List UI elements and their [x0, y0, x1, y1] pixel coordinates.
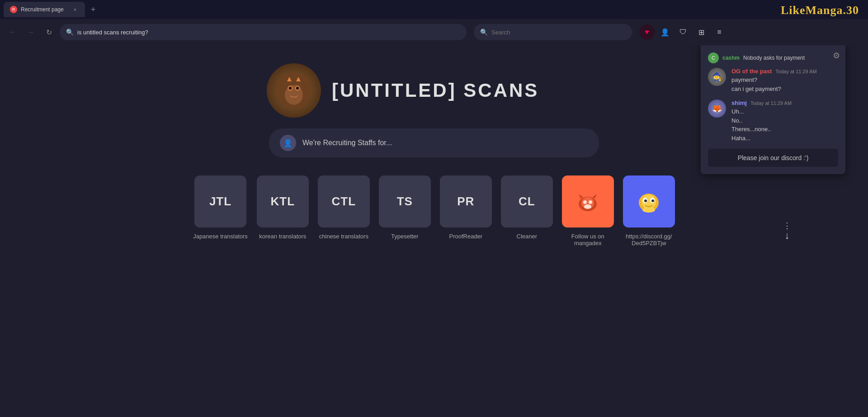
- cashm-small-avatar: C: [708, 52, 719, 63]
- role-card-pr: PR ProofReader: [440, 175, 492, 246]
- role-card-jtl: JTL Japanese translators: [193, 175, 248, 246]
- page-content: ⚙ C cashm Nobody asks for payment 🧙 OG o…: [0, 45, 868, 417]
- og-body: OG of the past Today at 11:29 AM payment…: [731, 68, 817, 93]
- tab-title: Recruitment page: [21, 6, 64, 13]
- chat-message-cashm-inline: C cashm Nobody asks for payment: [708, 52, 838, 63]
- role-label-cl: Cleaner: [517, 233, 538, 240]
- role-card-ctl: CTL chinese translators: [318, 175, 370, 246]
- role-label-ktl: korean translators: [259, 233, 306, 240]
- search-icon: 🔍: [66, 28, 74, 36]
- shimj-text-1: Uh...: [731, 107, 792, 116]
- svg-point-6: [289, 87, 292, 90]
- svg-point-10: [583, 200, 587, 204]
- role-label-pr: ProofReader: [449, 233, 482, 240]
- grid-button[interactable]: ⊞: [693, 24, 709, 40]
- mangadex-label: Follow us onmangadex: [571, 233, 604, 246]
- og-text-1: payment?: [731, 76, 817, 85]
- role-label-jtl: Japanese translators: [193, 233, 248, 240]
- shimj-text-3: Theres...none..: [731, 125, 792, 134]
- chat-settings-icon[interactable]: ⚙: [833, 51, 840, 61]
- recruiting-bar: 👤 We're Recruiting Staffs for...: [269, 128, 599, 157]
- role-cards: JTL Japanese translators KTL korean tran…: [185, 175, 683, 246]
- logo-text: LikeManga.30: [781, 4, 859, 17]
- og-timestamp: Today at 11:29 AM: [776, 69, 817, 74]
- group-header: [UNTITLED] SCANS: [231, 63, 637, 118]
- search-bar[interactable]: 🔍: [474, 24, 632, 40]
- chat-message-shimj: 🦊 shimj Today at 11:29 AM Uh... No.. The…: [708, 100, 838, 142]
- role-box-ts: TS: [379, 175, 431, 227]
- mangadex-icon: [574, 190, 601, 213]
- svg-marker-12: [579, 194, 583, 199]
- shimj-body: shimj Today at 11:29 AM Uh... No.. There…: [731, 100, 792, 142]
- scroll-indicator[interactable]: ⋮ ↓: [783, 222, 791, 242]
- tab-close-button[interactable]: ×: [71, 6, 79, 13]
- profile-button[interactable]: 👤: [657, 24, 673, 40]
- chat-footer: Please join our discord :'): [708, 149, 838, 167]
- og-text-2: can i get payment?: [731, 85, 817, 94]
- shimj-avatar: 🦊: [708, 100, 726, 118]
- address-input[interactable]: [77, 29, 460, 36]
- address-bar[interactable]: 🔍: [60, 24, 467, 40]
- role-box-ctl: CTL: [318, 175, 370, 227]
- discord-label: https://discord.gg/Ded5PZBTjw: [626, 233, 672, 246]
- svg-point-1: [285, 85, 303, 105]
- svg-point-11: [589, 200, 592, 204]
- active-tab[interactable]: R Recruitment page ×: [4, 2, 85, 17]
- group-logo-svg: [276, 72, 312, 109]
- cashm-message-inline: Nobody asks for payment: [743, 55, 805, 61]
- role-box-cl: CL: [501, 175, 553, 227]
- shimj-username: shimj: [731, 100, 747, 106]
- shimj-text-2: No..: [731, 116, 792, 125]
- cashm-username-inline: cashm: [722, 55, 740, 61]
- discord-box[interactable]: [623, 175, 675, 227]
- recruiting-text: We're Recruiting Staffs for...: [302, 139, 392, 147]
- svg-point-20: [651, 199, 654, 202]
- search-icon-2: 🔍: [480, 28, 488, 36]
- tab-favicon: R: [10, 6, 17, 13]
- svg-point-19: [644, 199, 647, 202]
- role-card-discord[interactable]: https://discord.gg/Ded5PZBTjw: [623, 175, 675, 246]
- discord-icon: [635, 189, 662, 214]
- svg-point-21: [642, 207, 655, 213]
- forward-button[interactable]: →: [24, 25, 38, 39]
- heart-button[interactable]: ♥: [639, 24, 655, 40]
- role-box-pr: PR: [440, 175, 492, 227]
- role-label-ts: Typesetter: [391, 233, 419, 240]
- scroll-dots: ⋮: [783, 222, 791, 230]
- tab-bar: R Recruitment page × +: [0, 0, 868, 19]
- svg-marker-13: [592, 194, 597, 199]
- role-card-cl: CL Cleaner: [501, 175, 553, 246]
- shimj-text-4: Haha...: [731, 134, 792, 143]
- scroll-arrow: ↓: [785, 230, 790, 242]
- role-box-jtl: JTL: [194, 175, 246, 227]
- group-logo: [267, 63, 321, 118]
- site-logo: LikeManga.30: [781, 4, 859, 17]
- search-input[interactable]: [491, 29, 626, 36]
- nav-right: ♥ 👤 🛡 ⊞ ≡: [639, 24, 727, 40]
- role-card-ktl: KTL korean translators: [257, 175, 309, 246]
- back-button[interactable]: ←: [5, 25, 20, 39]
- chat-footer-text: Please join our discord :'): [738, 154, 809, 161]
- menu-button[interactable]: ≡: [712, 24, 727, 40]
- recruiting-avatar: 👤: [280, 135, 296, 151]
- og-meta: OG of the past Today at 11:29 AM: [731, 68, 817, 75]
- new-tab-button[interactable]: +: [87, 3, 99, 16]
- nav-bar: ← → ↻ 🔍 🔍 ♥ 👤 🛡 ⊞ ≡: [0, 19, 868, 45]
- group-name-text: [UNTITLED] SCANS: [332, 80, 539, 101]
- reload-button[interactable]: ↻: [42, 25, 56, 39]
- role-card-mangadex[interactable]: Follow us onmangadex: [562, 175, 614, 246]
- og-username: OG of the past: [731, 68, 772, 75]
- shield-button[interactable]: 🛡: [675, 24, 691, 40]
- svg-point-14: [584, 204, 591, 209]
- role-label-ctl: chinese translators: [319, 233, 368, 240]
- mangadex-box[interactable]: [562, 175, 614, 227]
- role-card-ts: TS Typesetter: [379, 175, 431, 246]
- og-avatar: 🧙: [708, 68, 726, 86]
- svg-point-7: [296, 87, 299, 90]
- chat-popup: ⚙ C cashm Nobody asks for payment 🧙 OG o…: [701, 45, 845, 174]
- shimj-timestamp: Today at 11:29 AM: [750, 100, 792, 106]
- group-name: [UNTITLED] SCANS: [332, 80, 539, 101]
- shimj-meta: shimj Today at 11:29 AM: [731, 100, 792, 106]
- role-box-ktl: KTL: [257, 175, 309, 227]
- chat-message-og: 🧙 OG of the past Today at 11:29 AM payme…: [708, 68, 838, 93]
